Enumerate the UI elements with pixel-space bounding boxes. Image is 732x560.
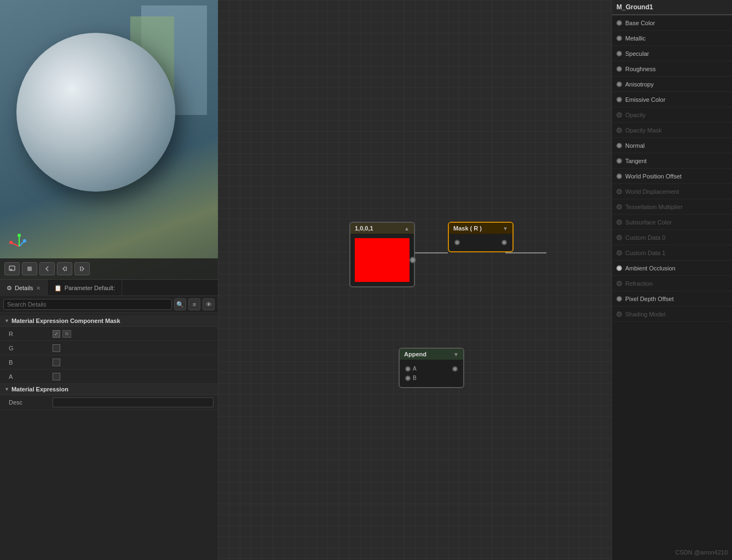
tab-parameter[interactable]: 📋 Parameter Default:	[48, 280, 122, 296]
output-pin-row-17[interactable]: Refraction	[612, 276, 732, 291]
output-pin-dot-3	[616, 66, 622, 72]
output-pin-dot-2	[616, 51, 622, 56]
svg-point-5	[18, 234, 21, 237]
section-label-1: Material Expression Component Mask	[11, 317, 120, 324]
output-pin-dot-13	[616, 220, 622, 225]
output-pin-label-19: Shading Model	[625, 311, 665, 317]
output-pin-dot-6	[616, 112, 622, 118]
node-append-title: Append	[404, 351, 426, 357]
search-input[interactable]	[3, 299, 172, 310]
output-pin-label-6: Opacity	[625, 112, 645, 118]
output-pin-row-15[interactable]: Custom Data 1	[612, 245, 732, 261]
output-pin-row-7[interactable]: Opacity Mask	[612, 123, 732, 138]
output-pin-dot-14	[616, 235, 622, 240]
search-button[interactable]: 🔍	[174, 298, 186, 310]
section-component-mask[interactable]: ▼ Material Expression Component Mask	[0, 315, 218, 327]
output-pin-row-3[interactable]: Roughness	[612, 61, 732, 77]
output-pin-row-19[interactable]: Shading Model	[612, 307, 732, 322]
detail-row-g: G	[0, 341, 218, 355]
output-pin-label-11: World Displacement	[625, 188, 679, 195]
checkbox-a[interactable]	[53, 373, 60, 380]
desc-input[interactable]	[53, 397, 214, 407]
output-pin-label-2: Specular	[625, 50, 649, 57]
vp-btn-next[interactable]	[74, 262, 90, 275]
output-pin-dot-18	[616, 296, 622, 302]
output-pin-label-10: World Position Offset	[625, 173, 682, 180]
node-mask-expand[interactable]: ▼	[503, 226, 508, 232]
color-preview-red[interactable]	[355, 238, 410, 282]
output-pin-label-0: Base Color	[625, 20, 655, 26]
label-b: B	[9, 359, 53, 366]
eye-button[interactable]: 👁	[203, 298, 215, 310]
value-g	[53, 344, 214, 352]
svg-point-3	[23, 239, 26, 243]
details-tab-label: Details	[15, 285, 33, 291]
append-b-input[interactable]	[405, 376, 411, 381]
append-a-output[interactable]	[452, 366, 458, 372]
output-pin-row-6[interactable]: Opacity	[612, 107, 732, 123]
output-pin-row-18[interactable]: Pixel Depth Offset	[612, 291, 732, 307]
output-pin-dot-0	[616, 20, 622, 26]
output-pin-row-8[interactable]: Normal	[612, 138, 732, 153]
detail-row-a: A	[0, 370, 218, 384]
value-b	[53, 359, 214, 366]
node-color[interactable]: 1,0,0,1 ▲	[349, 222, 415, 287]
output-pin-row-2[interactable]: Specular	[612, 46, 732, 61]
node-append-expand[interactable]: ▼	[453, 351, 459, 357]
node-append[interactable]: Append ▼ A B	[399, 348, 464, 388]
output-pin-dot-5	[616, 97, 622, 102]
output-pin-dot-8	[616, 143, 622, 148]
svg-point-4	[9, 241, 13, 244]
sphere-preview	[16, 33, 175, 192]
label-r: R	[9, 331, 53, 337]
output-pin-row-16[interactable]: Ambient Occlusion	[612, 261, 732, 276]
output-pin-row-14[interactable]: Custom Data 0	[612, 230, 732, 245]
viewport-panel	[0, 0, 218, 279]
main-editor[interactable]: 1,0,0,1 ▲ Mask ( R ) ▼ Append ▼	[218, 0, 612, 560]
details-tab-close[interactable]: ✕	[36, 285, 41, 291]
node-mask-body	[449, 234, 512, 251]
search-bar: 🔍 ≡ 👁	[0, 296, 218, 313]
output-pin-row-1[interactable]: Metallic	[612, 31, 732, 46]
node-color-expand[interactable]: ▲	[404, 226, 410, 232]
output-pin-label-1: Metallic	[625, 35, 645, 42]
vp-btn-home[interactable]	[4, 262, 20, 275]
output-pin-row-11[interactable]: World Displacement	[612, 184, 732, 199]
output-pin-label-9: Tangent	[625, 158, 647, 164]
output-pin-dot-12	[616, 204, 622, 210]
tab-details[interactable]: ⚙ Details ✕	[0, 280, 48, 296]
node-mask[interactable]: Mask ( R ) ▼	[448, 222, 514, 252]
mask-output-pin[interactable]	[502, 240, 507, 245]
output-pin-label-15: Custom Data 1	[625, 250, 665, 256]
output-pin-row-4[interactable]: Anisotropy	[612, 77, 732, 92]
vp-btn-prev[interactable]	[57, 262, 72, 275]
node-append-header: Append ▼	[400, 349, 463, 360]
output-pin-row-12[interactable]: Tessellation Multiplier	[612, 199, 732, 215]
right-panel: M_Ground1 Base ColorMetallicSpecularRoug…	[612, 0, 732, 560]
copy-r[interactable]: ⧉	[62, 330, 71, 338]
label-desc: Desc	[9, 399, 53, 406]
node-append-body: A B	[400, 360, 463, 387]
vp-btn-square[interactable]	[22, 262, 37, 275]
checkbox-b[interactable]	[53, 359, 60, 366]
output-pin-label-13: Subsurface Color	[625, 219, 672, 226]
append-a-label: A	[411, 366, 419, 372]
checkbox-g[interactable]	[53, 344, 60, 352]
output-node-title: M_Ground1	[612, 0, 732, 15]
output-pin-row-5[interactable]: Emissive Color	[612, 92, 732, 107]
output-pin-dot-10	[616, 174, 622, 179]
list-view-button[interactable]: ≡	[188, 298, 200, 310]
vp-btn-back[interactable]	[39, 262, 55, 275]
value-a	[53, 373, 214, 380]
output-pin-row-10[interactable]: World Position Offset	[612, 169, 732, 184]
output-pin-row-0[interactable]: Base Color	[612, 15, 732, 31]
output-pin-label-5: Emissive Color	[625, 96, 665, 103]
output-pin-row-13[interactable]: Subsurface Color	[612, 215, 732, 230]
mask-input-pin[interactable]	[454, 240, 460, 245]
node-mask-title: Mask ( R )	[453, 225, 482, 232]
color-output-pin[interactable]	[410, 257, 416, 263]
section-material-expr[interactable]: ▼ Material Expression	[0, 384, 218, 395]
append-a-input[interactable]	[405, 366, 411, 372]
output-pin-row-9[interactable]: Tangent	[612, 153, 732, 169]
checkbox-r[interactable]	[53, 330, 60, 338]
